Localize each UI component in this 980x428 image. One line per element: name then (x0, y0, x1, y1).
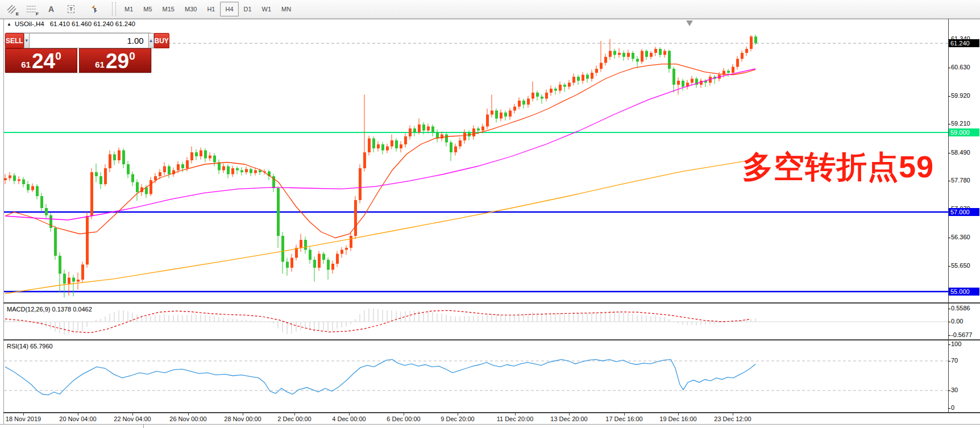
candle-body (150, 180, 152, 194)
down-arrow-marker[interactable] (686, 20, 693, 26)
arrows-tool-button[interactable]: ▼ (82, 1, 106, 17)
candle-body (404, 136, 407, 144)
price-tick-label: 60.630 (951, 64, 970, 70)
symbol-period-label: USOil-,H4 (15, 20, 44, 27)
candle-body (131, 174, 134, 182)
candle-body (472, 128, 475, 136)
candle-body (104, 168, 107, 184)
buy-price-box[interactable]: 61 29 0 (79, 48, 151, 73)
rsi-line (5, 359, 755, 394)
equidistant-channel-icon[interactable]: E (3, 1, 20, 17)
price-level-label: 55.000 (949, 288, 979, 296)
candle-body (663, 51, 666, 55)
candle-body (186, 160, 189, 168)
candle-body (81, 264, 84, 280)
ma-mid-line (5, 69, 755, 220)
candle-body (450, 143, 452, 153)
timeframe-bar: M1M5M15M30H1H4D1W1MN (119, 2, 296, 16)
candle-body (154, 176, 157, 180)
fibo-grid-icon (26, 4, 36, 14)
candle-body (218, 163, 221, 171)
candle-body (554, 89, 557, 91)
candle-body (395, 140, 398, 148)
price-level-label: 57.000 (949, 208, 979, 216)
candle-body (168, 167, 171, 174)
candle-body (381, 144, 384, 151)
date-label: 11 Dec 20:00 (488, 415, 542, 422)
rsi-tick-mark (948, 408, 950, 409)
candle-body (636, 59, 639, 62)
candle-body (13, 176, 16, 181)
rsi-indicator-label: RSI(14) 65.7960 (7, 343, 53, 350)
candle-body (345, 248, 348, 250)
date-label: 26 Nov 00:00 (161, 415, 215, 422)
timeframe-button-w1[interactable]: W1 (257, 2, 277, 16)
candle-body (409, 128, 412, 136)
candle-body (336, 254, 339, 264)
candle-body (304, 240, 307, 250)
buy-price-small: 61 (95, 60, 105, 69)
sell-button[interactable]: SELL (5, 33, 24, 48)
timeframe-button-m30[interactable]: M30 (180, 2, 202, 16)
macd-pane-surface[interactable] (4, 305, 948, 338)
candle-body (213, 156, 216, 163)
candle-body (477, 128, 480, 131)
candle-body (682, 81, 684, 87)
candle-body (222, 167, 225, 171)
candle-body (563, 85, 566, 87)
timeframe-button-h4[interactable]: H4 (220, 2, 238, 16)
candle-body (113, 155, 116, 161)
candle-body (486, 115, 489, 127)
toolbar-separator (112, 2, 116, 16)
volume-increase-button[interactable]: ▲ (148, 33, 154, 48)
timeframe-button-m1[interactable]: M1 (119, 2, 138, 16)
rsi-pane-surface[interactable] (4, 342, 948, 412)
buy-button[interactable]: BUY (154, 33, 169, 48)
candle-body (500, 113, 503, 119)
candle-body (290, 258, 293, 268)
volume-decrease-button[interactable]: ▼ (24, 33, 30, 48)
sell-price-box[interactable]: 61 24 0 (5, 48, 77, 73)
text-box-icon[interactable]: T (63, 1, 80, 17)
candle-body (741, 53, 744, 59)
candle-body (454, 147, 457, 153)
timeframe-button-h1[interactable]: H1 (202, 2, 220, 16)
ohlc-values-label: 61.410 61.460 61.240 61.240 (50, 20, 135, 27)
date-label: 28 Nov 00:00 (215, 415, 270, 422)
candle-body (591, 73, 593, 79)
main-macd-separator[interactable] (3, 302, 980, 304)
candle-body (572, 77, 575, 83)
chart-text-annotation: 多空转折点59 (742, 147, 934, 188)
toolbar: E F A T ▼ M1M5M15M30H1H4D1W1MN (0, 0, 980, 19)
candle-body (363, 152, 366, 168)
timeframe-button-m15[interactable]: M15 (157, 2, 180, 16)
macd-rsi-separator[interactable] (3, 339, 980, 340)
candle-body (63, 274, 66, 284)
candle-body (313, 260, 316, 268)
candle-body (322, 254, 325, 260)
collapse-panel-icon[interactable]: ▲ (7, 22, 11, 27)
candle-body (236, 168, 239, 171)
candle-body (431, 127, 434, 133)
sell-price-sup: 0 (55, 50, 61, 63)
buy-price-sup: 0 (129, 50, 135, 63)
volume-input[interactable] (30, 33, 148, 48)
bottom-tab-stub (0, 425, 144, 428)
candle-body (463, 132, 466, 140)
candle-body (727, 71, 730, 73)
date-label: 2 Dec 00:00 (267, 415, 322, 422)
timeframe-button-mn[interactable]: MN (276, 2, 296, 16)
fibonacci-icon[interactable]: F (23, 1, 40, 17)
candle-body (391, 140, 393, 147)
text-label-icon[interactable]: A (43, 1, 60, 17)
candle-body (541, 97, 543, 99)
candle-body (318, 254, 321, 268)
candle-body (68, 278, 70, 284)
date-label: 23 Dec 12:00 (705, 415, 760, 422)
candle-body (309, 250, 312, 260)
candle-body (559, 85, 562, 91)
timeframe-button-d1[interactable]: D1 (239, 2, 257, 16)
candle-body (159, 172, 161, 176)
timeframe-button-m5[interactable]: M5 (138, 2, 157, 16)
date-label: 9 Dec 20:00 (430, 415, 485, 422)
